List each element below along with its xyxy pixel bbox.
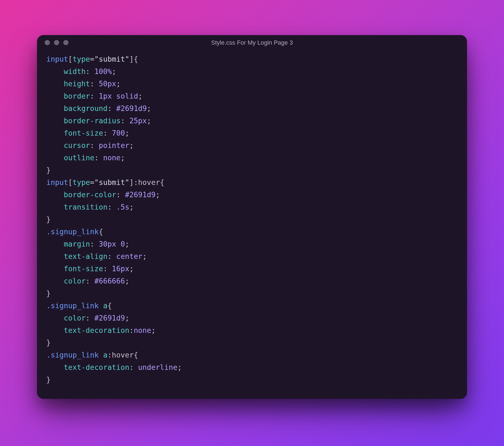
code-content[interactable]: input[type="submit"]{ width: 100%; heigh… — [37, 46, 467, 399]
titlebar: Style.css For My Login Page 3 — [37, 35, 467, 46]
window-title: Style.css For My Login Page 3 — [37, 39, 467, 46]
code-window: Style.css For My Login Page 3 input[type… — [37, 35, 467, 399]
